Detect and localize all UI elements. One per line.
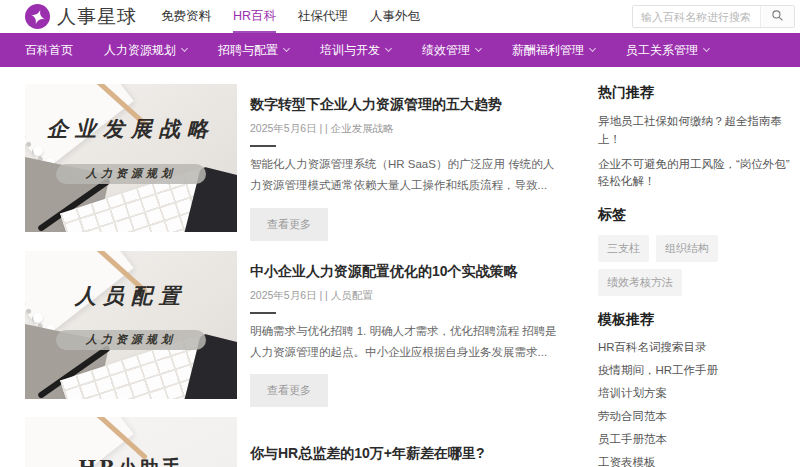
chevron-down-icon <box>385 45 392 52</box>
article-thumbnail[interactable]: 企业发展战略 人力资源规划 <box>25 84 237 232</box>
hot-article-link[interactable]: 异地员工社保如何缴纳？超全指南奉上！ <box>598 113 795 149</box>
menu-item-label: 培训与开发 <box>320 42 380 59</box>
menu-item-employee-relations[interactable]: 员工关系管理 <box>626 42 709 59</box>
search-input[interactable] <box>633 6 760 27</box>
chevron-down-icon <box>589 45 596 52</box>
article-body: 中小企业人力资源配置优化的10个实战策略 2025年5月6日 | | 人员配置 … <box>250 251 565 408</box>
primary-nav: 免费资料 HR百科 社保代理 人事外包 <box>161 0 420 33</box>
article-card: 人员配置 人力资源规划 中小企业人力资源配置优化的10个实战策略 2025年5月… <box>25 251 565 408</box>
menu-item-label: 绩效管理 <box>422 42 470 59</box>
thumbnail-title: 人员配置 <box>25 282 237 310</box>
hot-article-link[interactable]: 企业不可避免的用工风险，“岗位外包”轻松化解！ <box>598 156 795 192</box>
nav-item-free-resources[interactable]: 免费资料 <box>161 0 211 33</box>
tags-section: 标签 三支柱 组织结构 绩效考核方法 <box>598 206 795 296</box>
menu-item-label: 人力资源规划 <box>104 42 176 59</box>
template-link[interactable]: 工资表模板 <box>598 455 795 467</box>
nav-item-social-insurance[interactable]: 社保代理 <box>298 0 348 33</box>
hot-recommendations-section: 热门推荐 异地员工社保如何缴纳？超全指南奉上！ 企业不可避免的用工风险，“岗位外… <box>598 84 795 191</box>
search-icon <box>771 9 784 25</box>
search-box <box>632 5 795 28</box>
thumbnail-badge: 人力资源规划 <box>56 164 206 184</box>
earbud-decoration <box>33 146 43 156</box>
read-more-button[interactable]: 查看更多 <box>250 374 328 407</box>
tag-list: 三支柱 组织结构 绩效考核方法 <box>598 235 795 296</box>
menu-item-performance[interactable]: 绩效管理 <box>422 42 481 59</box>
article-body: 你与HR总监差的10万+年薪差在哪里? 2021年7月28日 | 小星星 | 人… <box>250 417 565 467</box>
article-body: 数字转型下企业人力资源管理的五大趋势 2025年5月6日 | | 企业发展战略 … <box>250 84 565 241</box>
tag-pill[interactable]: 组织结构 <box>656 235 718 262</box>
chevron-down-icon <box>703 45 710 52</box>
menu-item-label: 员工关系管理 <box>626 42 698 59</box>
thumbnail-badge: 人力资源规划 <box>56 330 206 350</box>
site-logo[interactable]: 人事星球 <box>25 4 137 30</box>
thumbnail-title: 企业发展战略 <box>25 115 237 143</box>
thumbnail-title: HR小助手 <box>25 455 237 467</box>
template-link[interactable]: 劳动合同范本 <box>598 409 795 424</box>
section-title: 热门推荐 <box>598 84 795 102</box>
divider <box>250 145 276 147</box>
search-button[interactable] <box>760 6 794 27</box>
article-card: 企业发展战略 人力资源规划 数字转型下企业人力资源管理的五大趋势 2025年5月… <box>25 84 565 241</box>
article-title[interactable]: 中小企业人力资源配置优化的10个实战策略 <box>250 263 565 281</box>
article-thumbnail[interactable]: 人员配置 人力资源规划 <box>25 251 237 399</box>
article-title[interactable]: 数字转型下企业人力资源管理的五大趋势 <box>250 96 565 114</box>
earbud-decoration <box>33 313 43 323</box>
logo-text: 人事星球 <box>57 4 137 30</box>
menu-item-label: 百科首页 <box>25 42 73 59</box>
menu-item-hr-planning[interactable]: 人力资源规划 <box>104 42 187 59</box>
nav-item-hr-outsourcing[interactable]: 人事外包 <box>370 0 420 33</box>
template-recommendations-section: 模板推荐 HR百科名词搜索目录 疫情期间，HR工作手册 培训计划方案 劳动合同范… <box>598 311 795 467</box>
template-link[interactable]: 疫情期间，HR工作手册 <box>598 363 795 378</box>
chevron-down-icon <box>475 45 482 52</box>
article-excerpt: 明确需求与优化招聘 1. 明确人才需求，优化招聘流程 招聘是人力资源管理的起点。… <box>250 321 565 364</box>
tag-pill[interactable]: 三支柱 <box>598 235 649 262</box>
article-card: HR小助手 你与HR总监差的10万+年薪差在哪里? 2021年7月28日 | 小… <box>25 417 565 467</box>
divider <box>250 312 276 314</box>
page-content: 企业发展战略 人力资源规划 数字转型下企业人力资源管理的五大趋势 2025年5月… <box>0 67 800 467</box>
chevron-down-icon <box>283 45 290 52</box>
menu-item-recruiting[interactable]: 招聘与配置 <box>218 42 289 59</box>
article-meta: 2025年5月6日 | | 企业发展战略 <box>250 122 565 136</box>
section-title: 模板推荐 <box>598 311 795 329</box>
menu-item-training[interactable]: 培训与开发 <box>320 42 391 59</box>
wiki-category-menu: 百科首页 人力资源规划 招聘与配置 培训与开发 绩效管理 薪酬福利管理 员工关系… <box>0 33 800 67</box>
menu-item-label: 薪酬福利管理 <box>512 42 584 59</box>
menu-item-label: 招聘与配置 <box>218 42 278 59</box>
nav-item-hr-wiki[interactable]: HR百科 <box>233 0 276 33</box>
article-excerpt: 智能化人力资源管理系统（HR SaaS）的广泛应用 传统的人力资源管理模式通常依… <box>250 154 565 197</box>
article-list: 企业发展战略 人力资源规划 数字转型下企业人力资源管理的五大趋势 2025年5月… <box>25 84 565 467</box>
chevron-down-icon <box>181 45 188 52</box>
menu-item-compensation[interactable]: 薪酬福利管理 <box>512 42 595 59</box>
star-logo-icon <box>25 4 50 29</box>
site-header: 人事星球 免费资料 HR百科 社保代理 人事外包 <box>0 0 800 33</box>
article-meta: 2025年5月6日 | | 人员配置 <box>250 289 565 303</box>
template-link[interactable]: 员工手册范本 <box>598 432 795 447</box>
read-more-button[interactable]: 查看更多 <box>250 208 328 241</box>
menu-item-wiki-home[interactable]: 百科首页 <box>25 42 73 59</box>
template-link[interactable]: 培训计划方案 <box>598 386 795 401</box>
sidebar: 热门推荐 异地员工社保如何缴纳？超全指南奉上！ 企业不可避免的用工风险，“岗位外… <box>598 84 795 467</box>
article-title[interactable]: 你与HR总监差的10万+年薪差在哪里? <box>250 445 565 463</box>
section-title: 标签 <box>598 206 795 224</box>
article-thumbnail[interactable]: HR小助手 <box>25 417 237 467</box>
tag-pill[interactable]: 绩效考核方法 <box>598 269 682 296</box>
template-link[interactable]: HR百科名词搜索目录 <box>598 340 795 355</box>
